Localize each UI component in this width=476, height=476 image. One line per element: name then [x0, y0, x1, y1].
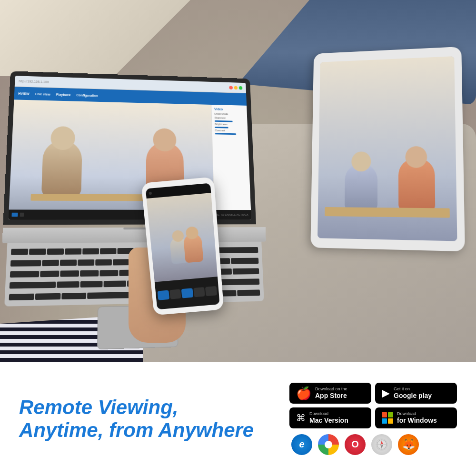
googleplay-text: Get it on Google play — [394, 387, 432, 400]
phone-ctrl-4 — [193, 287, 205, 297]
phone-ctrl-2 — [169, 289, 181, 299]
kid2-head — [153, 128, 176, 151]
apple-icon: 🍎 — [296, 387, 311, 399]
googleplay-icon: ▶ — [382, 388, 390, 398]
ie-icon[interactable]: e — [291, 434, 312, 455]
hero-section: http://192.168.1.108 HVIEW Live view Pla… — [0, 0, 476, 362]
browser-row: e O 🦊 — [289, 434, 419, 455]
mac-icon: ⌘ — [296, 413, 306, 423]
phone-ctrl-5 — [205, 286, 217, 296]
laptop-nav-playback: Playback — [56, 93, 71, 97]
phone-ctrl-1 — [158, 290, 169, 300]
laptop-slider-1 — [215, 120, 233, 122]
windows-text: Download for Windows — [397, 411, 437, 425]
appstore-button[interactable]: 🍎 Download on the App Store — [289, 383, 371, 404]
phone — [141, 177, 224, 315]
phone-video — [147, 193, 218, 282]
mac-download-button[interactable]: ⌘ Download Mac Version — [289, 407, 371, 428]
tablet-housing — [310, 47, 465, 251]
phone-screen — [146, 183, 220, 310]
phone-controls — [155, 277, 220, 309]
bottom-left: Remote Viewing, Anytime, from Anywhere — [19, 396, 289, 442]
bottom-right: 🍎 Download on the App Store ▶ Get it on … — [289, 383, 457, 455]
phone-camera — [149, 192, 152, 195]
laptop: http://192.168.1.108 HVIEW Live view Pla… — [1, 71, 267, 256]
mac-text: Download Mac Version — [309, 411, 348, 425]
appstore-text: Download on the App Store — [315, 387, 347, 400]
googleplay-button[interactable]: ▶ Get it on Google play — [375, 383, 457, 404]
tablet-screen — [317, 56, 457, 241]
headline: Remote Viewing, Anytime, from Anywhere — [19, 396, 270, 442]
windows-icon — [382, 412, 393, 424]
windows-download-button[interactable]: Download for Windows — [375, 407, 457, 428]
headline-line1: Remote Viewing, — [19, 396, 270, 419]
safari-icon[interactable] — [371, 434, 392, 455]
laptop-slider-3 — [215, 133, 236, 135]
bottom-section: Remote Viewing, Anytime, from Anywhere 🍎… — [0, 362, 476, 476]
kid1-head — [50, 126, 75, 150]
kid1-body — [41, 140, 82, 198]
headline-line2: Anytime, from Anywhere — [19, 419, 270, 442]
download-row-2: ⌘ Download Mac Version Downlo — [289, 407, 457, 428]
opera-icon[interactable]: O — [345, 434, 366, 455]
laptop-slider-2 — [215, 127, 228, 128]
laptop-nav-config: Configuration — [76, 93, 98, 97]
tablet-kids-scene — [317, 56, 457, 241]
laptop-sidebar: Video Draw Mode Standard Brightness Cont… — [211, 105, 251, 210]
laptop-nav-liveview: Live view — [35, 92, 50, 96]
tablet — [310, 47, 465, 251]
laptop-nav-hview: HVIEW — [18, 92, 30, 95]
phone-ctrl-3 — [181, 288, 193, 298]
laptop-base — [2, 227, 266, 243]
laptop-screen-housing: http://192.168.1.108 HVIEW Live view Pla… — [3, 71, 256, 225]
phone-housing — [141, 177, 224, 315]
download-row-1: 🍎 Download on the App Store ▶ Get it on … — [289, 383, 457, 404]
chrome-icon[interactable] — [318, 434, 339, 455]
firefox-icon[interactable]: 🦊 — [398, 434, 419, 455]
